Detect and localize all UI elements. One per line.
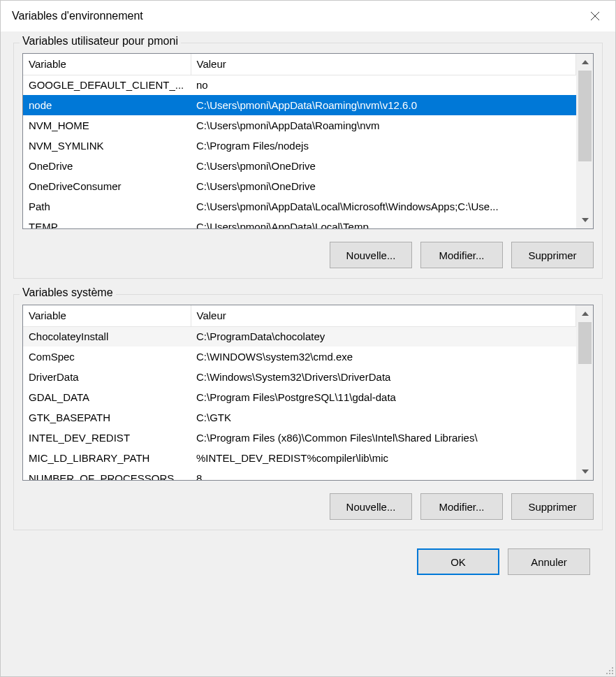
close-button[interactable]: [575, 1, 615, 31]
svg-point-4: [612, 670, 613, 671]
scroll-down-button[interactable]: [577, 212, 593, 228]
table-row[interactable]: INTEL_DEV_REDISTC:\Program Files (x86)\C…: [23, 428, 576, 448]
cell-value: C:\Users\pmoni\OneDrive: [191, 156, 576, 176]
system-col-header-value[interactable]: Valeur: [191, 305, 576, 326]
svg-point-2: [612, 667, 613, 669]
cell-variable: node: [23, 95, 191, 115]
chevron-up-icon: [582, 312, 589, 316]
table-row[interactable]: NVM_SYMLINKC:\Program Files/nodejs: [23, 136, 576, 156]
cell-variable: NVM_HOME: [23, 115, 191, 136]
user-col-header-value[interactable]: Valeur: [191, 54, 576, 75]
system-vars-tbody: ChocolateyInstallC:\ProgramData\chocolat…: [23, 326, 576, 480]
table-row[interactable]: TEMPC:\Users\pmoni\AppData\Local\Temp: [23, 217, 576, 228]
table-row[interactable]: NUMBER_OF_PROCESSORS8: [23, 468, 576, 480]
user-vars-tbody: GOOGLE_DEFAULT_CLIENT_...nonodeC:\Users\…: [23, 75, 576, 228]
user-vars-table-wrap: Variable Valeur GOOGLE_DEFAULT_CLIENT_..…: [22, 53, 594, 229]
window-title: Variables d'environnement: [12, 10, 143, 22]
cell-value: C:\Users\pmoni\AppData\Local\Temp: [191, 217, 576, 228]
svg-point-7: [612, 673, 613, 674]
system-scrollbar[interactable]: [576, 305, 593, 480]
chevron-down-icon: [582, 218, 589, 222]
cell-variable: NVM_SYMLINK: [23, 136, 191, 156]
table-row[interactable]: GOOGLE_DEFAULT_CLIENT_...no: [23, 75, 576, 95]
system-edit-button[interactable]: Modifier...: [420, 493, 503, 520]
table-row[interactable]: nodeC:\Users\pmoni\AppData\Roaming\nvm\v…: [23, 95, 576, 115]
cell-value: C:\ProgramData\chocolatey: [191, 326, 576, 347]
cell-variable: Path: [23, 196, 191, 217]
cell-value: C:\Users\pmoni\AppData\Roaming\nvm\v12.6…: [191, 95, 576, 115]
svg-point-6: [609, 673, 610, 674]
cell-variable: ChocolateyInstall: [23, 326, 191, 347]
user-new-button[interactable]: Nouvelle...: [330, 242, 412, 268]
table-row[interactable]: OneDriveC:\Users\pmoni\OneDrive: [23, 156, 576, 176]
scroll-down-button[interactable]: [577, 463, 593, 480]
user-vars-scrollarea[interactable]: Variable Valeur GOOGLE_DEFAULT_CLIENT_..…: [23, 54, 576, 228]
system-vars-scrollarea[interactable]: Variable Valeur ChocolateyInstallC:\Prog…: [23, 305, 576, 480]
cell-value: C:\Program Files\PostgreSQL\11\gdal-data: [191, 387, 576, 407]
cell-value: C:\Users\pmoni\OneDrive: [191, 176, 576, 196]
cell-variable: GDAL_DATA: [23, 387, 191, 407]
ok-button[interactable]: OK: [417, 548, 499, 575]
cell-value: C:\Users\pmoni\AppData\Local\Microsoft\W…: [191, 196, 576, 217]
system-vars-table: Variable Valeur ChocolateyInstallC:\Prog…: [23, 305, 576, 480]
cell-variable: OneDrive: [23, 156, 191, 176]
table-row[interactable]: PathC:\Users\pmoni\AppData\Local\Microso…: [23, 196, 576, 217]
cell-variable: NUMBER_OF_PROCESSORS: [23, 468, 191, 480]
system-new-button[interactable]: Nouvelle...: [330, 493, 412, 520]
cell-variable: GTK_BASEPATH: [23, 407, 191, 428]
cell-value: C:\Program Files/nodejs: [191, 136, 576, 156]
scroll-thumb[interactable]: [578, 322, 592, 364]
chevron-down-icon: [582, 469, 589, 474]
table-row[interactable]: OneDriveConsumerC:\Users\pmoni\OneDrive: [23, 176, 576, 196]
user-edit-button[interactable]: Modifier...: [420, 242, 503, 268]
table-row[interactable]: GDAL_DATAC:\Program Files\PostgreSQL\11\…: [23, 387, 576, 407]
cell-variable: OneDriveConsumer: [23, 176, 191, 196]
user-button-row: Nouvelle... Modifier... Supprimer: [22, 242, 594, 268]
user-delete-button[interactable]: Supprimer: [511, 242, 594, 268]
user-vars-legend: Variables utilisateur pour pmoni: [20, 35, 181, 48]
table-row[interactable]: DriverDataC:\Windows\System32\Drivers\Dr…: [23, 367, 576, 387]
cell-value: C:\WINDOWS\system32\cmd.exe: [191, 347, 576, 367]
table-row[interactable]: GTK_BASEPATHC:\GTK: [23, 407, 576, 428]
cell-value: C:\Windows\System32\Drivers\DriverData: [191, 367, 576, 387]
user-vars-group: Variables utilisateur pour pmoni Variabl…: [13, 43, 603, 279]
cell-value: C:\Program Files (x86)\Common Files\Inte…: [191, 428, 576, 448]
scroll-track[interactable]: [577, 71, 593, 212]
table-row[interactable]: ChocolateyInstallC:\ProgramData\chocolat…: [23, 326, 576, 347]
cell-variable: TEMP: [23, 217, 191, 228]
cell-variable: DriverData: [23, 367, 191, 387]
system-col-header-variable[interactable]: Variable: [23, 305, 191, 326]
resize-grip[interactable]: [603, 664, 614, 675]
cell-value: %INTEL_DEV_REDIST%compiler\lib\mic: [191, 448, 576, 468]
scroll-up-button[interactable]: [577, 305, 593, 322]
cancel-button[interactable]: Annuler: [508, 548, 590, 575]
cell-variable: GOOGLE_DEFAULT_CLIENT_...: [23, 75, 191, 95]
system-vars-group: Variables système Variable Valeur Chocol…: [13, 294, 603, 530]
dialog-content: Variables utilisateur pour pmoni Variabl…: [1, 31, 615, 676]
scroll-track[interactable]: [577, 322, 593, 463]
user-col-header-variable[interactable]: Variable: [23, 54, 191, 75]
system-vars-legend: Variables système: [20, 286, 116, 299]
close-icon: [590, 11, 600, 21]
system-delete-button[interactable]: Supprimer: [511, 493, 594, 520]
cell-value: C:\Users\pmoni\AppData\Roaming\nvm: [191, 115, 576, 136]
table-row[interactable]: NVM_HOMEC:\Users\pmoni\AppData\Roaming\n…: [23, 115, 576, 136]
cell-value: 8: [191, 468, 576, 480]
cell-value: C:\GTK: [191, 407, 576, 428]
env-vars-dialog: Variables d'environnement Variables util…: [0, 0, 616, 677]
system-vars-table-wrap: Variable Valeur ChocolateyInstallC:\Prog…: [22, 305, 594, 481]
scroll-up-button[interactable]: [577, 54, 593, 71]
cell-variable: INTEL_DEV_REDIST: [23, 428, 191, 448]
table-row[interactable]: MIC_LD_LIBRARY_PATH%INTEL_DEV_REDIST%com…: [23, 448, 576, 468]
titlebar: Variables d'environnement: [1, 1, 615, 31]
footer-row: OK Annuler: [13, 546, 603, 588]
svg-point-5: [606, 673, 608, 674]
table-row[interactable]: ComSpecC:\WINDOWS\system32\cmd.exe: [23, 347, 576, 367]
cell-value: no: [191, 75, 576, 95]
user-scrollbar[interactable]: [576, 54, 593, 228]
resize-grip-icon: [603, 664, 614, 675]
scroll-thumb[interactable]: [578, 71, 592, 161]
chevron-up-icon: [582, 60, 589, 64]
cell-variable: ComSpec: [23, 347, 191, 367]
svg-point-3: [609, 670, 610, 671]
